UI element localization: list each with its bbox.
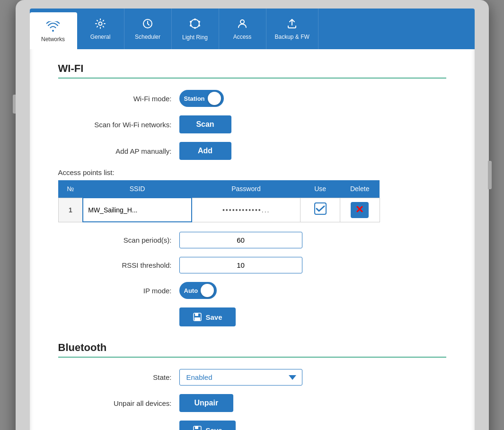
ip-mode-label: IP mode: bbox=[58, 287, 172, 295]
svg-point-0 bbox=[99, 22, 102, 25]
wifi-mode-toggle[interactable]: Station bbox=[179, 90, 224, 107]
side-button-right bbox=[488, 161, 492, 189]
svg-point-3 bbox=[194, 18, 196, 20]
bluetooth-section-title: Bluetooth bbox=[58, 342, 446, 354]
rssi-row: RSSI threshold: 10 bbox=[58, 257, 446, 273]
svg-rect-16 bbox=[195, 426, 198, 429]
tab-scheduler[interactable]: Scheduler bbox=[124, 9, 172, 49]
bt-save-row: Save bbox=[179, 421, 446, 430]
scan-period-row: Scan period(s): 60 bbox=[58, 232, 446, 248]
ip-mode-row: IP mode: Auto bbox=[58, 282, 446, 299]
ip-mode-toggle-text: Auto bbox=[184, 287, 198, 294]
unpair-button[interactable]: Unpair bbox=[179, 394, 234, 412]
col-use: Use bbox=[301, 180, 340, 198]
tab-scheduler-label: Scheduler bbox=[135, 34, 160, 40]
svg-point-9 bbox=[240, 20, 244, 24]
tab-backup-fw-label: Backup & FW bbox=[275, 34, 309, 40]
tab-access-label: Access bbox=[233, 34, 252, 40]
bt-save-button[interactable]: Save bbox=[179, 421, 236, 430]
row-ssid: MW_Sailing_H... bbox=[83, 198, 192, 222]
bt-state-select[interactable]: Enabled Disabled bbox=[179, 369, 302, 386]
tab-access[interactable]: Access bbox=[219, 9, 266, 49]
save-bt-icon bbox=[193, 425, 202, 430]
bt-state-row: State: Enabled Disabled bbox=[58, 369, 446, 386]
scan-button[interactable]: Scan bbox=[179, 115, 231, 133]
use-checkbox-icon bbox=[314, 207, 327, 217]
svg-point-2 bbox=[191, 19, 199, 28]
rssi-input[interactable]: 10 bbox=[179, 257, 302, 273]
wifi-divider bbox=[58, 78, 446, 79]
toggle-circle bbox=[208, 92, 221, 105]
unpair-row: Unpair all devices: Unpair bbox=[58, 394, 446, 412]
scan-period-label: Scan period(s): bbox=[58, 236, 172, 244]
table-row: 1 MW_Sailing_H... ••••••••••••... bbox=[58, 198, 380, 222]
col-delete: Delete bbox=[340, 180, 380, 198]
person-icon bbox=[237, 18, 248, 32]
col-ssid: SSID bbox=[83, 180, 192, 198]
gear-icon bbox=[95, 18, 106, 32]
side-button-left bbox=[13, 95, 16, 114]
wifi-save-row: Save bbox=[179, 307, 446, 326]
ip-toggle-circle bbox=[201, 284, 214, 297]
svg-rect-13 bbox=[195, 313, 198, 316]
tab-backup-fw[interactable]: Backup & FW bbox=[266, 9, 318, 49]
tab-general[interactable]: General bbox=[77, 9, 124, 49]
main-content: WI-FI Wi-Fi mode: Station Scan for Wi-Fi… bbox=[30, 49, 475, 430]
wifi-icon bbox=[46, 21, 60, 34]
clock-icon bbox=[142, 18, 153, 32]
bluetooth-divider bbox=[58, 357, 446, 358]
rssi-label: RSSI threshold: bbox=[58, 261, 172, 269]
svg-point-8 bbox=[190, 21, 192, 23]
svg-rect-14 bbox=[195, 317, 200, 321]
wifi-mode-row: Wi-Fi mode: Station bbox=[58, 90, 446, 107]
tab-light-ring[interactable]: Light Ring bbox=[172, 9, 219, 49]
device-frame: Networks General bbox=[16, 0, 489, 430]
tab-networks-label: Networks bbox=[41, 36, 65, 43]
unpair-label: Unpair all devices: bbox=[58, 399, 172, 407]
ap-table: № SSID Password Use Delete 1 MW_Sailing_… bbox=[58, 180, 380, 222]
wifi-mode-toggle-text: Station bbox=[184, 95, 205, 102]
wifi-mode-label: Wi-Fi mode: bbox=[58, 95, 172, 103]
wifi-section-title: WI-FI bbox=[58, 62, 446, 75]
svg-point-4 bbox=[198, 21, 200, 23]
tab-networks[interactable]: Networks bbox=[30, 12, 77, 49]
svg-point-5 bbox=[198, 25, 200, 26]
tab-light-ring-label: Light Ring bbox=[182, 34, 208, 41]
scan-row: Scan for Wi-Fi networks: Scan bbox=[58, 115, 446, 133]
col-num: № bbox=[58, 180, 83, 198]
ip-mode-toggle[interactable]: Auto bbox=[179, 282, 217, 299]
bt-state-label: State: bbox=[58, 373, 172, 381]
tab-general-label: General bbox=[90, 34, 111, 40]
add-ap-button[interactable]: Add bbox=[179, 142, 231, 160]
row-delete[interactable] bbox=[340, 198, 380, 222]
col-password: Password bbox=[192, 180, 301, 198]
screen: Networks General bbox=[30, 9, 475, 430]
svg-point-6 bbox=[194, 27, 196, 29]
wifi-save-button[interactable]: Save bbox=[179, 307, 236, 326]
row-password: ••••••••••••... bbox=[192, 198, 301, 222]
ap-list-container: Access points list: № SSID Password Use … bbox=[58, 168, 446, 222]
row-use[interactable] bbox=[301, 198, 340, 222]
circle-dots-icon bbox=[189, 18, 201, 32]
bluetooth-section: Bluetooth State: Enabled Disabled Unpair… bbox=[58, 342, 446, 430]
add-ap-row: Add AP manually: Add bbox=[58, 142, 446, 160]
scan-label: Scan for Wi-Fi networks: bbox=[58, 121, 172, 129]
delete-row-button[interactable] bbox=[351, 202, 369, 218]
svg-point-7 bbox=[190, 25, 192, 26]
tab-bar: Networks General bbox=[30, 9, 475, 49]
ap-list-label: Access points list: bbox=[58, 168, 446, 176]
wifi-section: WI-FI Wi-Fi mode: Station Scan for Wi-Fi… bbox=[58, 62, 446, 326]
scan-period-input[interactable]: 60 bbox=[179, 232, 302, 248]
upload-icon bbox=[286, 18, 298, 32]
row-num: 1 bbox=[58, 198, 83, 222]
save-wifi-icon bbox=[193, 312, 202, 322]
add-ap-label: Add AP manually: bbox=[58, 147, 172, 155]
